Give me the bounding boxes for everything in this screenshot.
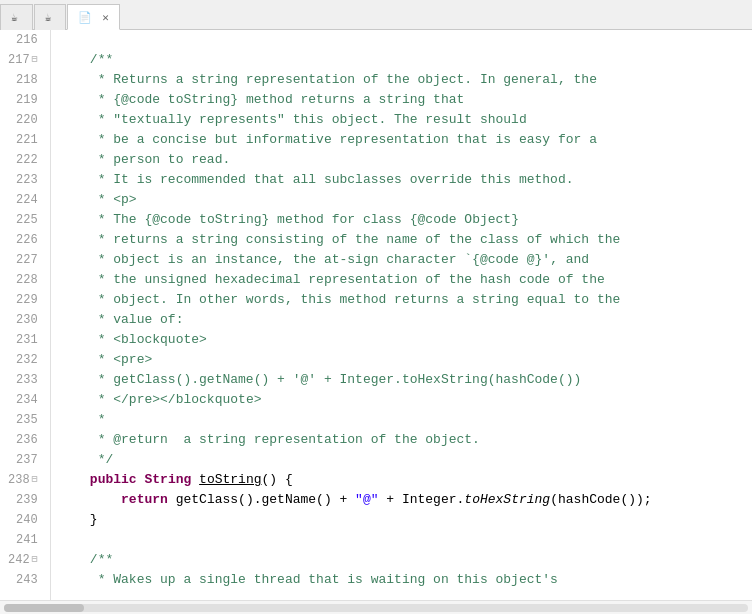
class-icon: 📄 (78, 11, 92, 24)
line-number-228: 228 (8, 270, 42, 290)
line-number-217: 217 (8, 50, 42, 70)
line-number-241: 241 (8, 530, 42, 550)
scrollbar-thumb[interactable] (4, 604, 84, 612)
code-line-234: * </pre></blockquote> (59, 390, 752, 410)
line-number-227: 227 (8, 250, 42, 270)
code-line-229: * object. In other words, this method re… (59, 290, 752, 310)
line-number-233: 233 (8, 370, 42, 390)
line-number-224: 224 (8, 190, 42, 210)
line-number-231: 231 (8, 330, 42, 350)
line-number-219: 219 (8, 90, 42, 110)
line-number-237: 237 (8, 450, 42, 470)
code-line-235: * (59, 410, 752, 430)
line-numbers-gutter: 2162172182192202212222232242252262272282… (0, 30, 51, 600)
code-line-217: /** (59, 50, 752, 70)
tab-test-java[interactable]: ☕ (34, 4, 67, 30)
line-number-235: 235 (8, 410, 42, 430)
tab-object-class[interactable]: 📄 ✕ (67, 4, 120, 30)
code-line-222: * person to read. (59, 150, 752, 170)
line-number-221: 221 (8, 130, 42, 150)
line-number-223: 223 (8, 170, 42, 190)
line-number-222: 222 (8, 150, 42, 170)
line-number-218: 218 (8, 70, 42, 90)
code-line-242: /** (59, 550, 752, 570)
code-line-223: * It is recommended that all subclasses … (59, 170, 752, 190)
java-icon: ☕ (11, 11, 18, 24)
line-number-243: 243 (8, 570, 42, 590)
code-line-220: * "textually represents" this object. Th… (59, 110, 752, 130)
line-number-216: 216 (8, 30, 42, 50)
code-line-236: * @return a string representation of the… (59, 430, 752, 450)
line-number-239: 239 (8, 490, 42, 510)
line-number-230: 230 (8, 310, 42, 330)
code-line-226: * returns a string consisting of the nam… (59, 230, 752, 250)
code-line-224: * <p> (59, 190, 752, 210)
code-line-218: * Returns a string representation of the… (59, 70, 752, 90)
scrollbar-track[interactable] (4, 604, 748, 612)
tab-bar: ☕ ☕ 📄 ✕ (0, 0, 752, 30)
code-line-232: * <pre> (59, 350, 752, 370)
code-line-233: * getClass().getName() + '@' + Integer.t… (59, 370, 752, 390)
code-line-239: return getClass().getName() + "@" + Inte… (59, 490, 752, 510)
line-number-229: 229 (8, 290, 42, 310)
code-line-238: public String toString() { (59, 470, 752, 490)
code-line-230: * value of: (59, 310, 752, 330)
line-number-238: 238 (8, 470, 42, 490)
tab-close-button[interactable]: ✕ (102, 11, 109, 24)
horizontal-scrollbar[interactable] (0, 600, 752, 614)
code-line-221: * be a concise but informative represent… (59, 130, 752, 150)
code-content[interactable]: /** * Returns a string representation of… (51, 30, 752, 600)
line-number-225: 225 (8, 210, 42, 230)
code-line-219: * {@code toString} method returns a stri… (59, 90, 752, 110)
code-line-228: * the unsigned hexadecimal representatio… (59, 270, 752, 290)
line-number-236: 236 (8, 430, 42, 450)
line-number-242: 242 (8, 550, 42, 570)
java-icon-2: ☕ (45, 11, 52, 24)
code-line-240: } (59, 510, 752, 530)
code-line-225: * The {@code toString} method for class … (59, 210, 752, 230)
code-line-241 (59, 530, 752, 550)
line-number-232: 232 (8, 350, 42, 370)
line-number-220: 220 (8, 110, 42, 130)
editor-area: 2162172182192202212222232242252262272282… (0, 30, 752, 600)
code-line-231: * <blockquote> (59, 330, 752, 350)
tab-student-java[interactable]: ☕ (0, 4, 33, 30)
line-number-226: 226 (8, 230, 42, 250)
code-line-227: * object is an instance, the at-sign cha… (59, 250, 752, 270)
code-line-237: */ (59, 450, 752, 470)
code-line-243: * Wakes up a single thread that is waiti… (59, 570, 752, 590)
line-number-240: 240 (8, 510, 42, 530)
code-line-216 (59, 30, 752, 50)
line-number-234: 234 (8, 390, 42, 410)
